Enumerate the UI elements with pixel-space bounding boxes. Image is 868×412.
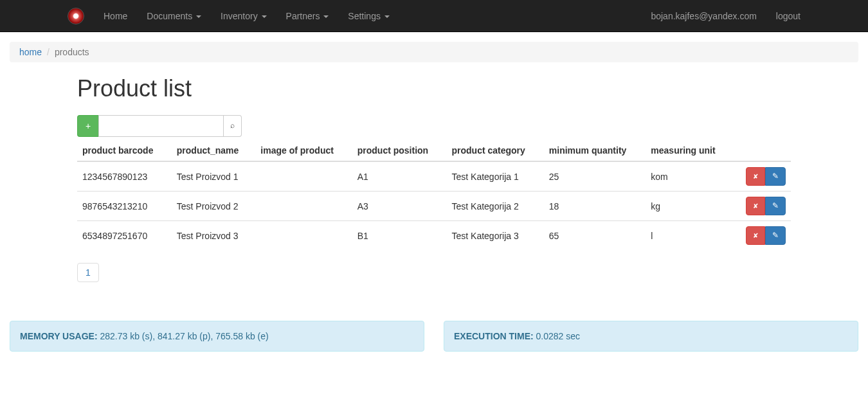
chevron-down-icon — [196, 15, 201, 18]
cell-unit: kg — [646, 192, 732, 221]
cell-image — [255, 221, 352, 251]
top-navbar: Home Documents Inventory Partners Settin… — [0, 0, 868, 32]
page-title: Product list — [77, 75, 791, 102]
table-row: 9876543213210Test Proizvod 2A3Test Kateg… — [77, 192, 791, 221]
col-category: product category — [447, 140, 544, 161]
cell-actions — [732, 221, 791, 251]
delete-button[interactable] — [746, 197, 765, 215]
page-1[interactable]: 1 — [77, 263, 99, 282]
delete-icon — [753, 201, 758, 210]
chevron-down-icon — [384, 15, 390, 18]
pencil-icon — [772, 201, 779, 210]
table-header-row: product barcode product_name image of pr… — [77, 140, 791, 161]
col-minqty: minimum quantity — [544, 140, 646, 161]
nav-partners[interactable]: Partners — [276, 1, 339, 31]
cell-barcode: 9876543213210 — [77, 192, 172, 221]
cell-minqty: 25 — [544, 161, 646, 192]
edit-button[interactable] — [765, 197, 786, 215]
exec-label: EXECUTION TIME: — [454, 331, 534, 341]
nav-main: Home Documents Inventory Partners Settin… — [94, 1, 399, 31]
cell-category: Test Kategorija 1 — [447, 161, 544, 192]
toolbar: + — [77, 115, 791, 137]
memory-usage-panel: MEMORY USAGE: 282.73 kb (s), 841.27 kb (… — [10, 321, 424, 352]
memory-label: MEMORY USAGE: — [20, 331, 98, 341]
cell-name: Test Proizvod 1 — [172, 161, 256, 192]
memory-value: 282.73 kb (s), 841.27 kb (p), 765.58 kb … — [98, 331, 269, 341]
debug-footer: MEMORY USAGE: 282.73 kb (s), 841.27 kb (… — [0, 321, 868, 352]
cell-actions — [732, 192, 791, 221]
nav-right: bojan.kajfes@yandex.com logout — [641, 1, 810, 31]
col-actions — [732, 140, 791, 161]
brand-logo[interactable] — [58, 8, 94, 24]
cell-position: A1 — [352, 161, 447, 192]
cell-name: Test Proizvod 2 — [172, 192, 256, 221]
chevron-down-icon — [262, 15, 267, 18]
col-position: product position — [352, 140, 447, 161]
nav-settings[interactable]: Settings — [338, 1, 399, 31]
delete-button[interactable] — [746, 167, 765, 186]
products-table: product barcode product_name image of pr… — [77, 140, 791, 250]
chevron-down-icon — [323, 15, 329, 18]
nav-home[interactable]: Home — [94, 1, 137, 31]
cell-unit: l — [646, 221, 732, 251]
edit-button[interactable] — [765, 226, 786, 245]
col-barcode: product barcode — [77, 140, 172, 161]
search-icon — [230, 121, 235, 129]
execution-time-panel: EXECUTION TIME: 0.0282 sec — [444, 321, 858, 352]
cell-image — [255, 161, 352, 192]
col-image: image of product — [255, 140, 352, 161]
cell-unit: kom — [646, 161, 732, 192]
delete-button[interactable] — [746, 226, 765, 245]
breadcrumb-home[interactable]: home — [19, 47, 42, 57]
col-name: product_name — [172, 140, 256, 161]
cell-name: Test Proizvod 3 — [172, 221, 256, 251]
pencil-icon — [772, 231, 779, 240]
cell-minqty: 18 — [544, 192, 646, 221]
cell-category: Test Kategorija 3 — [447, 221, 544, 251]
nav-inventory[interactable]: Inventory — [211, 1, 276, 31]
col-unit: measuring unit — [646, 140, 732, 161]
cell-category: Test Kategorija 2 — [447, 192, 544, 221]
cell-barcode: 1234567890123 — [77, 161, 172, 192]
nav-user-email[interactable]: bojan.kajfes@yandex.com — [641, 1, 766, 31]
delete-icon — [753, 172, 758, 181]
cell-position: B1 — [352, 221, 447, 251]
add-product-button[interactable]: + — [77, 115, 98, 137]
pagination: 1 — [77, 263, 791, 282]
cell-position: A3 — [352, 192, 447, 221]
cell-actions — [732, 161, 791, 192]
cell-barcode: 6534897251670 — [77, 221, 172, 251]
cell-image — [255, 192, 352, 221]
search-input[interactable] — [98, 115, 224, 137]
breadcrumb: home products — [10, 42, 858, 62]
logo-icon — [68, 8, 84, 24]
table-row: 1234567890123Test Proizvod 1A1Test Kateg… — [77, 161, 791, 192]
breadcrumb-current: products — [42, 47, 89, 57]
exec-value: 0.0282 sec — [534, 331, 580, 341]
delete-icon — [753, 231, 758, 240]
table-row: 6534897251670Test Proizvod 3B1Test Kateg… — [77, 221, 791, 251]
nav-documents[interactable]: Documents — [137, 1, 211, 31]
edit-button[interactable] — [765, 167, 786, 186]
pencil-icon — [772, 172, 779, 181]
nav-logout[interactable]: logout — [766, 1, 810, 31]
search-button[interactable] — [224, 115, 242, 137]
cell-minqty: 65 — [544, 221, 646, 251]
